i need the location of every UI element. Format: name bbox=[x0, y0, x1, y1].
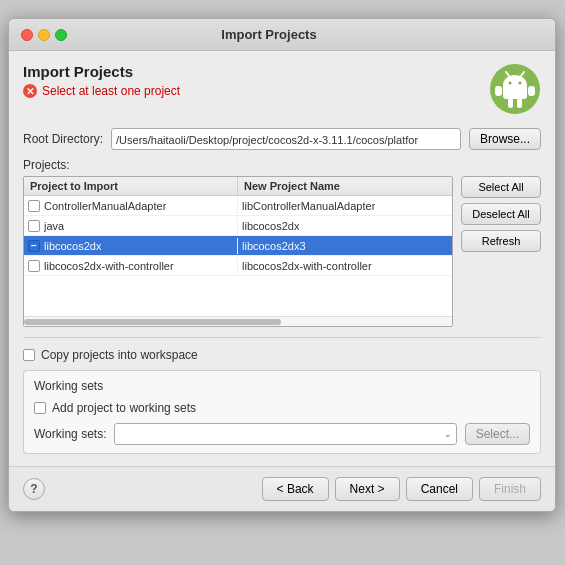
table-row-selected[interactable]: − libcocos2dx libcocos2dx3 bbox=[24, 236, 452, 256]
working-sets-label: Working sets: bbox=[34, 427, 106, 441]
project-name-2: java bbox=[44, 220, 64, 232]
error-icon: ✕ bbox=[23, 84, 37, 98]
browse-button[interactable]: Browse... bbox=[469, 128, 541, 150]
projects-table: Project to Import New Project Name Contr… bbox=[23, 176, 453, 327]
cancel-button[interactable]: Cancel bbox=[406, 477, 473, 501]
svg-rect-10 bbox=[517, 98, 522, 108]
cell-project-1: ControllerManualAdapter bbox=[24, 198, 238, 214]
col-header-newname: New Project Name bbox=[238, 177, 452, 195]
root-directory-row: Root Directory: /Users/haitaoli/Desktop/… bbox=[23, 128, 541, 150]
cell-newname-4: libcocos2dx-with-controller bbox=[238, 258, 452, 274]
checkbox-4[interactable] bbox=[28, 260, 40, 272]
table-body[interactable]: ControllerManualAdapter libControllerMan… bbox=[24, 196, 452, 316]
footer-buttons: < Back Next > Cancel Finish bbox=[262, 477, 541, 501]
working-sets-input-row: Working sets: ⌄ Select... bbox=[34, 423, 530, 445]
cell-project-3: − libcocos2dx bbox=[24, 238, 238, 254]
back-button[interactable]: < Back bbox=[262, 477, 329, 501]
copy-projects-checkbox[interactable] bbox=[23, 349, 35, 361]
window-title: Import Projects bbox=[0, 27, 543, 42]
root-directory-input[interactable]: /Users/haitaoli/Desktop/project/cocos2d-… bbox=[111, 128, 461, 150]
checkbox-1[interactable] bbox=[28, 200, 40, 212]
working-sets-title: Working sets bbox=[34, 379, 530, 393]
cell-newname-2: libcocos2dx bbox=[238, 218, 452, 234]
new-name-2: libcocos2dx bbox=[242, 220, 299, 232]
dialog-title: Import Projects bbox=[23, 63, 180, 80]
separator-1 bbox=[23, 337, 541, 338]
cell-newname-3: libcocos2dx3 bbox=[238, 238, 452, 254]
svg-rect-8 bbox=[528, 86, 535, 96]
project-name-3: libcocos2dx bbox=[44, 240, 101, 252]
table-header: Project to Import New Project Name bbox=[24, 177, 452, 196]
finish-button[interactable]: Finish bbox=[479, 477, 541, 501]
add-to-working-sets-label: Add project to working sets bbox=[52, 401, 196, 415]
svg-rect-9 bbox=[508, 98, 513, 108]
projects-label: Projects: bbox=[23, 158, 541, 172]
dialog-footer: ? < Back Next > Cancel Finish bbox=[9, 466, 555, 511]
next-button[interactable]: Next > bbox=[335, 477, 400, 501]
checkbox-3[interactable]: − bbox=[28, 240, 40, 252]
cell-newname-1: libControllerManualAdapter bbox=[238, 198, 452, 214]
error-row: ✕ Select at least one project bbox=[23, 84, 180, 98]
projects-area: Project to Import New Project Name Contr… bbox=[23, 176, 541, 327]
table-row[interactable]: libcocos2dx-with-controller libcocos2dx-… bbox=[24, 256, 452, 276]
header-left: Import Projects ✕ Select at least one pr… bbox=[23, 63, 180, 98]
new-name-4: libcocos2dx-with-controller bbox=[242, 260, 372, 272]
working-sets-input[interactable]: ⌄ bbox=[114, 423, 456, 445]
col-header-project: Project to Import bbox=[24, 177, 238, 195]
chevron-down-icon: ⌄ bbox=[444, 429, 452, 439]
copy-projects-label: Copy projects into workspace bbox=[41, 348, 198, 362]
deselect-all-button[interactable]: Deselect All bbox=[461, 203, 541, 225]
working-sets-select-button[interactable]: Select... bbox=[465, 423, 530, 445]
refresh-button[interactable]: Refresh bbox=[461, 230, 541, 252]
add-to-working-sets-checkbox[interactable] bbox=[34, 402, 46, 414]
horizontal-scrollbar[interactable] bbox=[24, 316, 452, 326]
android-logo bbox=[489, 63, 541, 118]
svg-point-3 bbox=[509, 82, 512, 85]
table-row[interactable]: ControllerManualAdapter libControllerMan… bbox=[24, 196, 452, 216]
working-sets-section: Working sets Add project to working sets… bbox=[23, 370, 541, 454]
title-bar: Import Projects bbox=[9, 19, 555, 51]
dialog-content: Import Projects ✕ Select at least one pr… bbox=[9, 51, 555, 466]
new-name-3: libcocos2dx3 bbox=[242, 240, 306, 252]
svg-point-4 bbox=[519, 82, 522, 85]
sidebar-buttons: Select All Deselect All Refresh bbox=[461, 176, 541, 327]
root-directory-label: Root Directory: bbox=[23, 132, 103, 146]
header-row: Import Projects ✕ Select at least one pr… bbox=[23, 63, 541, 118]
footer-left: ? bbox=[23, 478, 45, 500]
scrollbar-thumb bbox=[24, 319, 281, 325]
add-to-working-sets-row: Add project to working sets bbox=[34, 401, 530, 415]
cell-project-4: libcocos2dx-with-controller bbox=[24, 258, 238, 274]
new-name-1: libControllerManualAdapter bbox=[242, 200, 375, 212]
checkbox-2[interactable] bbox=[28, 220, 40, 232]
svg-rect-2 bbox=[503, 85, 527, 99]
project-name-1: ControllerManualAdapter bbox=[44, 200, 166, 212]
table-row[interactable]: java libcocos2dx bbox=[24, 216, 452, 236]
select-all-button[interactable]: Select All bbox=[461, 176, 541, 198]
error-message: Select at least one project bbox=[42, 84, 180, 98]
cell-project-2: java bbox=[24, 218, 238, 234]
project-name-4: libcocos2dx-with-controller bbox=[44, 260, 174, 272]
help-button[interactable]: ? bbox=[23, 478, 45, 500]
svg-rect-7 bbox=[495, 86, 502, 96]
copy-projects-row: Copy projects into workspace bbox=[23, 348, 541, 362]
import-projects-dialog: Import Projects Import Projects ✕ Select… bbox=[8, 18, 556, 512]
